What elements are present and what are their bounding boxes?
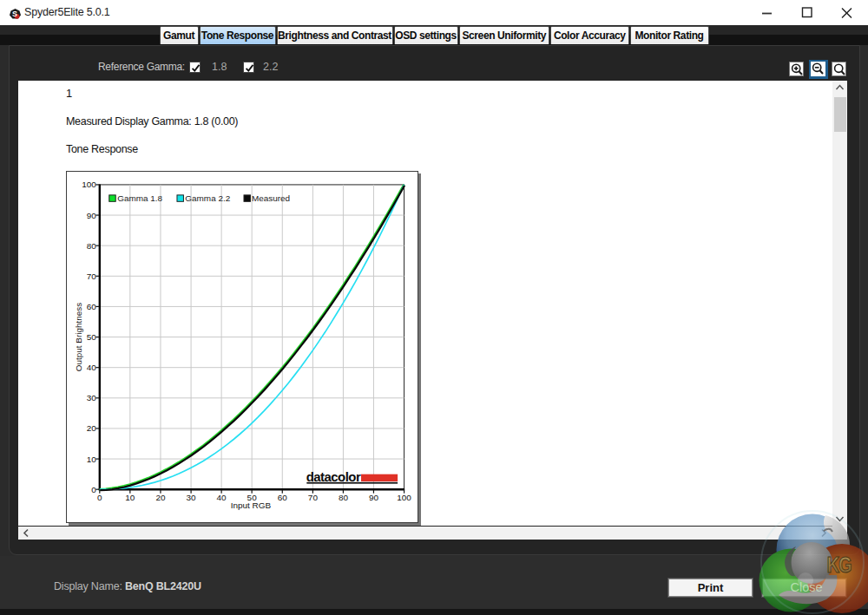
svg-text:KG: KG: [827, 553, 852, 578]
svg-text:80: 80: [87, 241, 97, 251]
svg-text:S: S: [12, 10, 17, 18]
svg-text:10: 10: [87, 455, 97, 464]
svg-text:0: 0: [97, 493, 102, 502]
svg-text:30: 30: [187, 493, 197, 502]
svg-text:0: 0: [91, 485, 96, 494]
svg-text:100: 100: [397, 493, 411, 502]
svg-text:100: 100: [82, 180, 96, 189]
svg-text:10: 10: [125, 493, 135, 502]
svg-text:30: 30: [87, 393, 97, 402]
svg-text:Measured: Measured: [252, 193, 290, 203]
svg-text:40: 40: [87, 363, 97, 372]
svg-text:Input RGB: Input RGB: [231, 501, 272, 510]
svg-text:20: 20: [155, 493, 166, 502]
svg-text:Gamma 2.2: Gamma 2.2: [185, 193, 230, 203]
svg-text:Output Brightness: Output Brightness: [74, 303, 83, 372]
svg-text:Gamma 1.8: Gamma 1.8: [117, 193, 162, 203]
svg-text:50: 50: [87, 332, 97, 342]
svg-text:70: 70: [87, 272, 97, 281]
svg-text:Close: Close: [790, 580, 822, 594]
svg-text:datacolor: datacolor: [306, 469, 361, 484]
svg-text:90: 90: [87, 211, 97, 220]
svg-text:60: 60: [87, 302, 97, 311]
svg-text:60: 60: [278, 493, 288, 502]
svg-text:20: 20: [87, 423, 97, 433]
svg-text:70: 70: [308, 493, 319, 502]
svg-text:90: 90: [369, 493, 379, 502]
svg-text:80: 80: [339, 493, 349, 502]
svg-text:40: 40: [217, 493, 227, 502]
